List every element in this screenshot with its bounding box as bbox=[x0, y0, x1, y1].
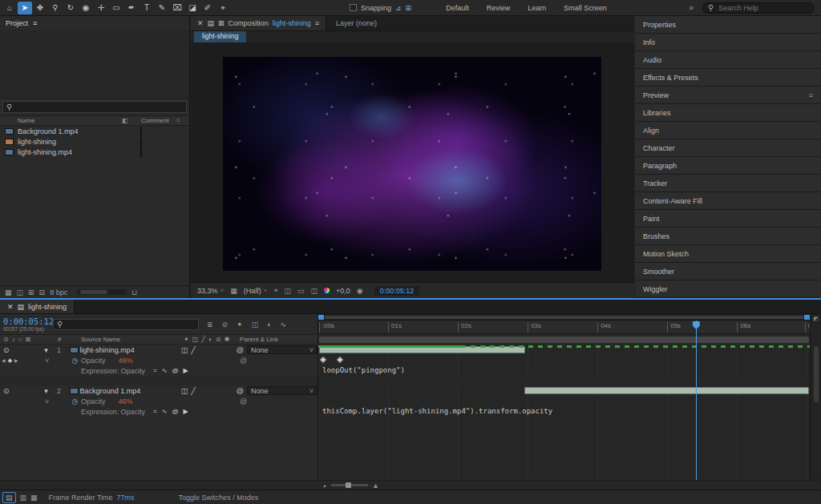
eraser-tool-icon[interactable]: ◪ bbox=[185, 2, 200, 14]
panel-tab-properties[interactable]: Properties bbox=[635, 16, 821, 34]
close-icon[interactable]: ✕ bbox=[7, 303, 14, 311]
pan-behind-tool-icon[interactable]: ✛ bbox=[94, 2, 108, 14]
panel-tab-brushes[interactable]: Brushes bbox=[635, 228, 821, 245]
render-queue-icon[interactable]: ▤ bbox=[6, 494, 13, 502]
project-hscrollbar[interactable] bbox=[77, 289, 127, 295]
solo-column-icon[interactable]: ○ bbox=[18, 336, 22, 343]
motion-blur-icon[interactable]: ◐ bbox=[267, 321, 271, 329]
motion-blur-switch-icon[interactable]: ⊘ bbox=[216, 336, 221, 343]
close-icon[interactable]: ✕ bbox=[197, 19, 204, 27]
expression-row-2[interactable]: Expression: Opacity = ∿ @ ▶ bbox=[0, 406, 317, 417]
shy-layers-icon[interactable]: ✦ bbox=[237, 321, 243, 329]
pickwhip-icon[interactable]: @ bbox=[237, 387, 244, 395]
comp-marker-icon[interactable]: ◩ bbox=[813, 316, 819, 322]
panel-menu-icon[interactable]: ≡ bbox=[315, 19, 319, 27]
timeline-search-box[interactable]: ⚲ bbox=[53, 319, 199, 330]
roi-icon[interactable]: ▭ bbox=[297, 287, 305, 295]
panel-tab-info[interactable]: Info bbox=[635, 34, 821, 51]
expand-arrow-icon[interactable]: ▾ bbox=[44, 346, 57, 354]
target-icon[interactable]: ⌖ bbox=[273, 286, 277, 295]
expression-language-icon[interactable]: ▶ bbox=[184, 367, 188, 374]
zoom-select[interactable]: 33,3%˅ bbox=[197, 287, 224, 295]
frame-blend-icon[interactable]: ◫ bbox=[252, 321, 259, 329]
snapshot-camera-icon[interactable]: ◉ bbox=[357, 287, 363, 295]
layer-1-track[interactable] bbox=[318, 345, 810, 355]
add-keyframe-icon[interactable]: ◆ bbox=[8, 357, 12, 364]
pen-tool-icon[interactable]: ✒ bbox=[124, 2, 139, 14]
column-source-name[interactable]: Source Name bbox=[81, 336, 184, 343]
transparency-grid-icon[interactable]: ◫ bbox=[311, 287, 318, 295]
hand-tool-icon[interactable]: ✥ bbox=[33, 2, 47, 14]
panel-tab-preview[interactable]: Preview ≡ bbox=[635, 87, 821, 104]
workspace-review[interactable]: Review bbox=[487, 4, 511, 12]
workspace-learn[interactable]: Learn bbox=[528, 4, 546, 12]
opacity-property-row-2[interactable]: ˅ ◷ Opacity 46% @ bbox=[0, 396, 317, 406]
scroll-handle-right[interactable] bbox=[804, 315, 810, 320]
layer-1-opacity-track[interactable] bbox=[318, 355, 810, 365]
expression-graph-icon[interactable]: ∿ bbox=[162, 367, 168, 374]
mini-flowchart-icon[interactable]: ≣ bbox=[207, 321, 213, 329]
label-column-icon[interactable]: ◧ bbox=[122, 117, 141, 124]
panel-tab-character[interactable]: Character bbox=[635, 139, 821, 157]
panel-tab-libraries[interactable]: Libraries bbox=[635, 104, 821, 122]
workspace-small-screen[interactable]: Small Screen bbox=[564, 4, 607, 12]
layer-tab[interactable]: Layer (none) bbox=[326, 16, 386, 30]
expression-pickwhip-icon[interactable]: @ bbox=[172, 367, 178, 374]
zoom-slider[interactable] bbox=[331, 484, 368, 486]
panel-tab-align[interactable]: Align bbox=[635, 122, 821, 139]
panel-tab-motion-sketch[interactable]: Motion Sketch bbox=[635, 245, 821, 263]
panel-tab-paint[interactable]: Paint bbox=[635, 210, 821, 228]
column-comment[interactable]: Comment bbox=[141, 117, 176, 124]
project-panel-menu-icon[interactable]: ≡ bbox=[33, 19, 37, 27]
label-color-chip[interactable] bbox=[140, 127, 142, 136]
3d-switch-icon[interactable]: ✱ bbox=[224, 336, 230, 343]
rotation-tool-icon[interactable]: ↻ bbox=[63, 2, 78, 14]
property-label[interactable]: Opacity bbox=[81, 357, 106, 365]
panel-tab-content-aware-fill[interactable]: Content-Aware Fill bbox=[635, 192, 821, 210]
toggle-switches-modes-button[interactable]: Toggle Switches / Modes bbox=[179, 494, 259, 502]
keyframe-diamond[interactable] bbox=[337, 357, 343, 363]
snapping-checkbox[interactable] bbox=[350, 4, 357, 11]
opacity-value[interactable]: 46% bbox=[119, 357, 133, 365]
timeline-tab[interactable]: ✕ ▤ light-shining bbox=[0, 300, 75, 313]
stopwatch-icon[interactable]: ◷ bbox=[69, 357, 81, 365]
panel-tab-wiggler[interactable]: Wiggler bbox=[635, 280, 821, 298]
draft-3d-icon[interactable]: ⊘ bbox=[222, 321, 229, 329]
shape-tool-icon[interactable]: ▭ bbox=[109, 2, 123, 14]
parent-select[interactable]: None˅ bbox=[247, 386, 317, 395]
project-item-row[interactable]: Background 1.mp4 bbox=[0, 126, 189, 136]
exposure-value[interactable]: +0,0 bbox=[336, 287, 350, 295]
panel-tab-smoother[interactable]: Smoother bbox=[635, 263, 821, 280]
render-status-group[interactable]: ▤ bbox=[2, 492, 16, 503]
project-search-box[interactable]: ⚲ bbox=[2, 101, 187, 113]
type-tool-icon[interactable]: T bbox=[140, 2, 154, 14]
next-keyframe-icon[interactable]: ▶ bbox=[14, 357, 18, 363]
layer-row-2[interactable]: ⊙ ▾ 2 Background 1.mp4 ◫ ╱ @ None˅ bbox=[0, 385, 317, 396]
opacity-value[interactable]: 46% bbox=[119, 397, 133, 405]
shy-switch-icon[interactable]: ✦ bbox=[184, 336, 189, 343]
zoom-tool-icon[interactable]: ⚲ bbox=[48, 2, 63, 14]
enable-expression-icon[interactable]: = bbox=[153, 367, 157, 374]
label-color-chip[interactable] bbox=[140, 147, 142, 157]
pickwhip-icon[interactable]: @ bbox=[237, 357, 317, 365]
panel-tab-tracker[interactable]: Tracker bbox=[635, 175, 821, 192]
prev-keyframe-icon[interactable]: ◀ bbox=[2, 357, 6, 363]
trash-icon[interactable]: ⊔ bbox=[131, 288, 137, 296]
grid-guides-icon[interactable]: ▦ bbox=[230, 287, 237, 295]
project-panel-title[interactable]: Project bbox=[6, 19, 28, 27]
lock-column-icon[interactable]: ⊠ bbox=[26, 336, 31, 343]
roto-brush-tool-icon[interactable]: ✐ bbox=[200, 2, 215, 14]
snap-option-1-icon[interactable]: ⊿ bbox=[395, 4, 402, 12]
eye-column-icon[interactable]: ⊙ bbox=[3, 336, 9, 343]
timeline-zoom-control[interactable]: ▲ ▲ bbox=[322, 482, 379, 490]
quality-icon[interactable]: ╱ bbox=[191, 387, 195, 395]
lock-icon[interactable]: ⊠ bbox=[218, 19, 224, 27]
search-help-box[interactable]: ⚲ bbox=[702, 2, 815, 14]
graph-editor-icon[interactable]: ∿ bbox=[281, 321, 287, 329]
collapse-icon[interactable]: ◫ bbox=[181, 346, 188, 354]
eye-icon[interactable]: ⊙ bbox=[3, 346, 10, 354]
quality-icon[interactable]: ╱ bbox=[191, 346, 195, 354]
puppet-pin-tool-icon[interactable]: ⌖ bbox=[216, 2, 230, 14]
panel-tab-effects-presets[interactable]: Effects & Presets bbox=[635, 69, 821, 87]
zoom-in-mountain-icon[interactable]: ▲ bbox=[372, 482, 379, 490]
